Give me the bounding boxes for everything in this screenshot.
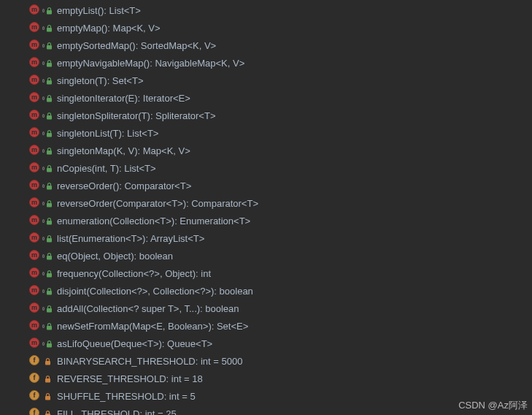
field-icon: f bbox=[29, 408, 41, 415]
svg-rect-3 bbox=[47, 63, 52, 67]
member-signature: nCopies(int, T): List<T> bbox=[57, 163, 156, 174]
member-row[interactable]: f FILL_THRESHOLD: int = 25 bbox=[0, 405, 532, 415]
static-marker-icon bbox=[42, 44, 45, 47]
svg-rect-5 bbox=[47, 98, 52, 102]
member-row[interactable]: m nCopies(int, T): List<T> bbox=[0, 159, 532, 177]
member-row[interactable]: m disjoint(Collection<?>, Collection<?>)… bbox=[0, 282, 532, 300]
method-icon: m bbox=[29, 162, 41, 174]
method-icon: m bbox=[29, 232, 41, 244]
member-row[interactable]: m emptyList(): List<T> bbox=[0, 1, 532, 19]
member-row[interactable]: m emptySortedMap(): SortedMap<K, V> bbox=[0, 37, 532, 54]
svg-rect-4 bbox=[47, 80, 52, 85]
static-marker-icon bbox=[42, 289, 45, 293]
static-marker-icon bbox=[42, 9, 45, 12]
member-signature: singletonList(T): List<T> bbox=[57, 128, 158, 139]
member-row[interactable]: f BINARYSEARCH_THRESHOLD: int = 5000 bbox=[0, 352, 532, 370]
static-marker-icon bbox=[42, 307, 45, 311]
member-signature: emptyList(): List<T> bbox=[57, 5, 141, 16]
member-row[interactable]: f SHUFFLE_THRESHOLD: int = 5 bbox=[0, 387, 532, 405]
svg-rect-21 bbox=[45, 378, 50, 383]
static-marker-icon bbox=[42, 96, 45, 100]
modifier-icons bbox=[42, 320, 53, 332]
svg-rect-7 bbox=[47, 133, 52, 137]
svg-rect-22 bbox=[45, 396, 50, 400]
svg-rect-14 bbox=[47, 256, 52, 260]
member-signature: emptyMap(): Map<K, V> bbox=[57, 23, 161, 34]
member-row[interactable]: m frequency(Collection<?>, Object): int bbox=[0, 264, 532, 282]
svg-rect-9 bbox=[47, 168, 52, 172]
method-icon: m bbox=[29, 338, 41, 349]
modifier-icons bbox=[42, 145, 53, 156]
modifier-icons bbox=[42, 4, 53, 16]
member-row[interactable]: m singletonSpliterator(T): Spliterator<T… bbox=[0, 107, 532, 124]
modifier-icons bbox=[42, 22, 53, 34]
static-marker-icon bbox=[42, 272, 45, 275]
member-row[interactable]: m list(Enumeration<T>): ArrayList<T> bbox=[0, 229, 532, 247]
member-row[interactable]: m reverseOrder(): Comparator<T> bbox=[0, 177, 532, 194]
public-lock-icon bbox=[46, 235, 53, 242]
public-lock-icon bbox=[46, 60, 53, 66]
public-lock-icon bbox=[46, 7, 53, 14]
public-lock-icon bbox=[46, 165, 53, 172]
member-signature: REVERSE_THRESHOLD: int = 18 bbox=[57, 373, 203, 384]
member-row[interactable]: m singleton(T): Set<T> bbox=[0, 72, 532, 89]
method-icon: m bbox=[29, 302, 41, 314]
member-row[interactable]: m singletonList(T): List<T> bbox=[0, 124, 532, 142]
method-icon: m bbox=[29, 127, 41, 139]
member-row[interactable]: m singletonMap(K, V): Map<K, V> bbox=[0, 142, 532, 159]
member-signature: FILL_THRESHOLD: int = 25 bbox=[57, 408, 177, 416]
static-marker-icon bbox=[42, 237, 45, 240]
member-row[interactable]: m eq(Object, Object): boolean bbox=[0, 247, 532, 264]
member-signature: singletonSpliterator(T): Spliterator<T> bbox=[57, 110, 215, 121]
member-signature: addAll(Collection<? super T>, T...): boo… bbox=[57, 303, 239, 314]
modifier-icons bbox=[42, 215, 53, 226]
member-row[interactable]: m enumeration(Collection<T>): Enumeratio… bbox=[0, 212, 532, 229]
public-lock-icon bbox=[46, 305, 53, 312]
modifier-icons bbox=[42, 355, 53, 367]
method-icon: m bbox=[29, 145, 41, 156]
member-signature: singleton(T): Set<T> bbox=[57, 75, 144, 86]
member-row[interactable]: m emptyMap(): Map<K, V> bbox=[0, 19, 532, 37]
modifier-icons bbox=[42, 390, 53, 402]
modifier-icons bbox=[42, 267, 53, 279]
public-lock-icon bbox=[46, 42, 53, 49]
public-lock-icon bbox=[46, 148, 53, 154]
method-icon: m bbox=[29, 4, 41, 16]
static-marker-icon bbox=[42, 184, 45, 188]
static-marker-icon bbox=[42, 219, 45, 223]
static-marker-icon bbox=[42, 254, 45, 258]
member-signature: reverseOrder(): Comparator<T> bbox=[57, 180, 191, 191]
private-lock-icon bbox=[45, 358, 51, 365]
static-marker-icon bbox=[42, 149, 45, 153]
svg-rect-15 bbox=[47, 273, 52, 278]
modifier-icons bbox=[42, 197, 53, 209]
field-icon: f bbox=[29, 390, 41, 402]
member-signature: asLifoQueue(Deque<T>): Queue<T> bbox=[57, 338, 212, 349]
private-lock-icon bbox=[45, 376, 51, 382]
static-marker-icon bbox=[42, 202, 45, 205]
public-lock-icon bbox=[46, 25, 53, 31]
method-icon: m bbox=[29, 215, 41, 226]
member-row[interactable]: m emptyNavigableMap(): NavigableMap<K, V… bbox=[0, 54, 532, 72]
member-row[interactable]: m addAll(Collection<? super T>, T...): b… bbox=[0, 300, 532, 317]
static-marker-icon bbox=[42, 114, 45, 118]
svg-rect-1 bbox=[47, 28, 52, 32]
public-lock-icon bbox=[46, 218, 53, 224]
public-lock-icon bbox=[46, 130, 53, 137]
member-row[interactable]: f REVERSE_THRESHOLD: int = 18 bbox=[0, 370, 532, 387]
member-row[interactable]: m reverseOrder(Comparator<T>): Comparato… bbox=[0, 194, 532, 212]
modifier-icons bbox=[42, 302, 53, 314]
public-lock-icon bbox=[46, 253, 53, 259]
modifier-icons bbox=[42, 92, 53, 104]
modifier-icons bbox=[42, 285, 53, 297]
method-icon: m bbox=[29, 92, 41, 104]
modifier-icons bbox=[42, 180, 53, 191]
method-icon: m bbox=[29, 285, 41, 297]
member-row[interactable]: m singletonIterator(E): Iterator<E> bbox=[0, 89, 532, 107]
svg-rect-8 bbox=[47, 151, 52, 155]
method-icon: m bbox=[29, 267, 41, 279]
member-row[interactable]: m asLifoQueue(Deque<T>): Queue<T> bbox=[0, 335, 532, 352]
svg-rect-19 bbox=[47, 343, 52, 348]
member-row[interactable]: m newSetFromMap(Map<E, Boolean>): Set<E> bbox=[0, 317, 532, 335]
member-signature: SHUFFLE_THRESHOLD: int = 5 bbox=[57, 391, 196, 402]
